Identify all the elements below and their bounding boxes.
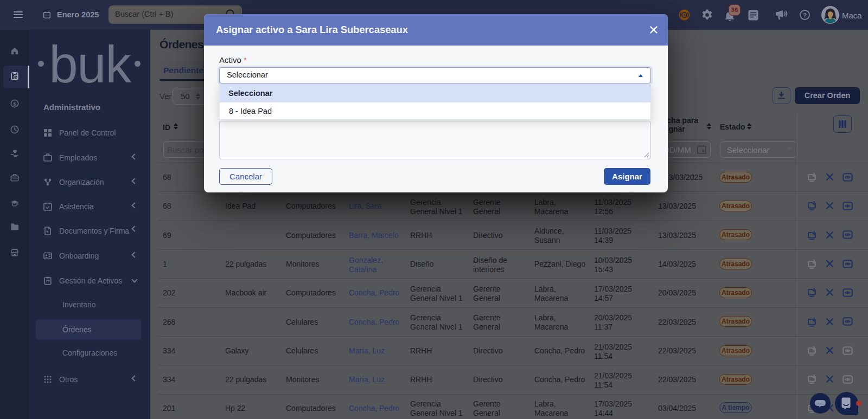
svg-text:$: $	[13, 101, 16, 107]
svg-text:?: ?	[803, 12, 807, 18]
